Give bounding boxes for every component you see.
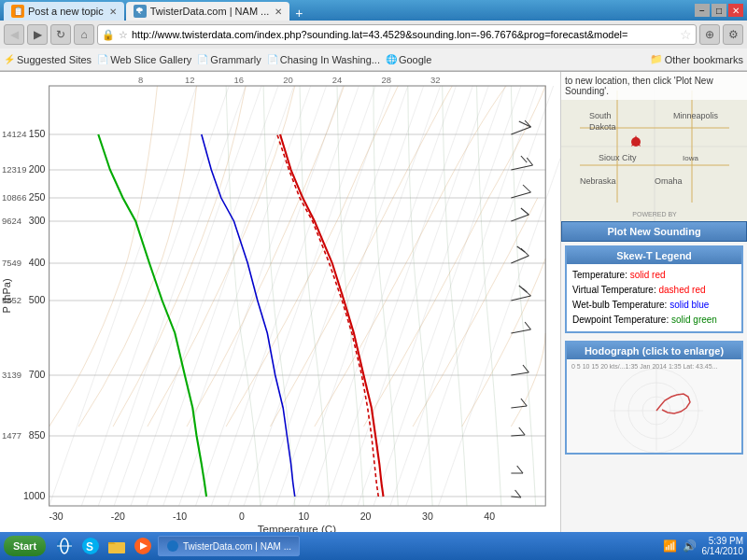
svg-text:-20: -20 [111,511,125,522]
svg-text:9624: 9624 [2,217,21,226]
tab-close-1[interactable]: ✕ [109,7,117,17]
svg-text:10866: 10866 [2,193,26,203]
bookmark-4[interactable]: 📄 Chasing In Washing... [267,54,380,65]
tools-button[interactable]: ⚙ [723,24,743,45]
svg-text:14124: 14124 [2,130,26,139]
hodograph-header[interactable]: Hodograph (click to enlarge) [567,343,741,359]
taskbar-right: 📶 🔊 5:39 PM 6/14/2010 [663,536,744,556]
browser-tabs: 📋 Post a new topic ✕ 🌪 TwisterData.com |… [4,0,306,21]
svg-text:30: 30 [422,511,433,522]
map-instruction: to new location, then click 'Plot New So… [561,72,747,100]
legend-temperature-value: solid red [630,270,666,280]
svg-text:40: 40 [484,511,495,522]
svg-text:32: 32 [430,76,441,85]
taskbar-app-skype[interactable]: S [79,535,102,557]
legend-item-temperature: Temperature: solid red [572,268,736,283]
bookmarks-bar: ⚡ Suggested Sites 📄 Web Slice Gallery 📄 … [0,49,747,71]
legend-box: Skew-T Legend Temperature: solid red Vir… [565,245,743,333]
svg-text:28: 28 [381,76,391,85]
svg-text:Iowa: Iowa [683,154,698,162]
right-panel: South Dakota Minneapolis Iowa Nebraska O… [560,72,747,533]
bookmark-3[interactable]: 📄 Grammarly [197,54,261,65]
taskbar-item-icon [166,539,179,553]
chart-area: 150 200 250 300 400 500 700 850 1000 141… [0,72,560,533]
maximize-button[interactable]: □ [712,4,726,17]
svg-text:Omaha: Omaha [655,176,683,186]
legend-header: Skew-T Legend [567,247,741,264]
svg-text:20: 20 [283,76,293,85]
star-empty-icon: ☆ [119,29,128,41]
taskbar-app-ie[interactable] [53,535,76,557]
close-button[interactable]: ✕ [728,4,743,17]
hodograph-image[interactable]: 0 5 10 15 20 kts/...1:35 Jan 2014 1:35 L… [567,359,741,453]
tab-icon-2: 🌪 [134,5,147,18]
tab-close-2[interactable]: ✕ [275,7,282,17]
svg-text:7549: 7549 [2,259,21,268]
refresh-button[interactable]: ↻ [50,24,71,45]
address-bar[interactable]: 🔒 ☆ http://www.twisterdata.com/index.php… [97,24,697,45]
svg-text:Nebraska: Nebraska [580,176,616,186]
favorite-button[interactable]: ☆ [680,27,692,42]
legend-item-wetbulb: Wet-bulb Temperature: solid blue [572,298,736,313]
svg-text:850: 850 [29,430,46,441]
back-button[interactable]: ◀ [4,24,24,45]
svg-text:-10: -10 [173,511,187,522]
legend-wetbulb-value: solid blue [669,300,709,310]
hodograph-svg: 0 5 10 15 20 kts/...1:35 Jan 2014 1:35 L… [567,359,741,453]
legend-dewpoint-value: solid green [671,315,717,325]
folder-icon: 📁 [650,53,663,65]
legend-body: Temperature: solid red Virtual Temperatu… [567,264,741,331]
taskbar: Start S TwisterData.com | NAM ... 📶 🔊 5:… [0,532,747,560]
tab-twisterdata[interactable]: 🌪 TwisterData.com | NAM ... ✕ [126,2,290,21]
svg-text:0 5 10 15 20 kts/...1:35 Jan 2: 0 5 10 15 20 kts/...1:35 Jan 2014 1:35 L… [571,363,718,370]
plot-sounding-button[interactable]: Plot New Sounding [561,221,747,242]
home-button[interactable]: ⌂ [74,24,94,45]
svg-text:8: 8 [138,76,143,85]
signal-icon: 📶 [663,539,677,553]
bookmark-icon-2: 📄 [97,54,108,64]
tab-post-topic[interactable]: 📋 Post a new topic ✕ [4,2,124,21]
svg-text:10: 10 [298,511,309,522]
bookmark-icon-4: 📄 [267,54,278,64]
address-text: http://www.twisterdata.com/index.php?sou… [132,29,680,40]
bookmark-1[interactable]: ⚡ Suggested Sites [4,54,92,65]
tab-icon-1: 📋 [11,5,24,18]
browser-chrome: ◀ ▶ ↻ ⌂ 🔒 ☆ http://www.twisterdata.com/i… [0,21,747,72]
map-container[interactable]: South Dakota Minneapolis Iowa Nebraska O… [561,72,747,221]
skewt-chart: 150 200 250 300 400 500 700 850 1000 141… [0,72,560,533]
svg-text:16: 16 [234,76,245,85]
bookmark-5[interactable]: 🌐 Google [386,54,431,65]
svg-text:200: 200 [29,164,46,175]
svg-text:1477: 1477 [2,431,21,441]
minimize-button[interactable]: − [695,4,710,17]
start-button[interactable]: Start [4,536,46,556]
svg-text:12319: 12319 [2,165,26,175]
bookmark-icon-3: 📄 [197,54,208,64]
taskbar-date-value: 6/14/2010 [702,546,744,556]
lock-icon: 🔒 [102,29,115,41]
window-controls: − □ ✕ [695,4,743,17]
bookmark-icon-5: 🌐 [386,54,397,64]
other-bookmarks[interactable]: 📁 Other bookmarks [650,53,743,65]
svg-text:S: S [86,540,93,553]
bookmark-icon-1: ⚡ [4,54,15,64]
new-tab-button[interactable]: + [291,6,306,21]
svg-text:400: 400 [29,258,46,268]
svg-text:3139: 3139 [2,371,21,380]
taskbar-active-item[interactable]: TwisterData.com | NAM ... [158,536,300,556]
search-button[interactable]: ⊕ [699,24,720,45]
taskbar-app-media[interactable] [132,535,154,557]
svg-text:P (hPa): P (hPa) [0,278,11,313]
svg-text:0: 0 [239,511,245,522]
forward-button[interactable]: ▶ [27,24,48,45]
svg-text:12: 12 [185,76,195,85]
bookmark-2[interactable]: 📄 Web Slice Gallery [97,54,191,65]
nav-bar: ◀ ▶ ↻ ⌂ 🔒 ☆ http://www.twisterdata.com/i… [0,21,747,49]
hodograph-box: Hodograph (click to enlarge) 0 5 10 15 2… [565,341,743,455]
svg-text:20: 20 [360,511,372,522]
legend-virtual-temp-value: dashed red [658,285,705,295]
svg-text:700: 700 [29,370,46,380]
legend-item-virtual-temp: Virtual Temperature: dashed red [572,283,736,298]
speaker-icon: 🔊 [683,539,697,553]
taskbar-app-folder[interactable] [106,535,128,557]
